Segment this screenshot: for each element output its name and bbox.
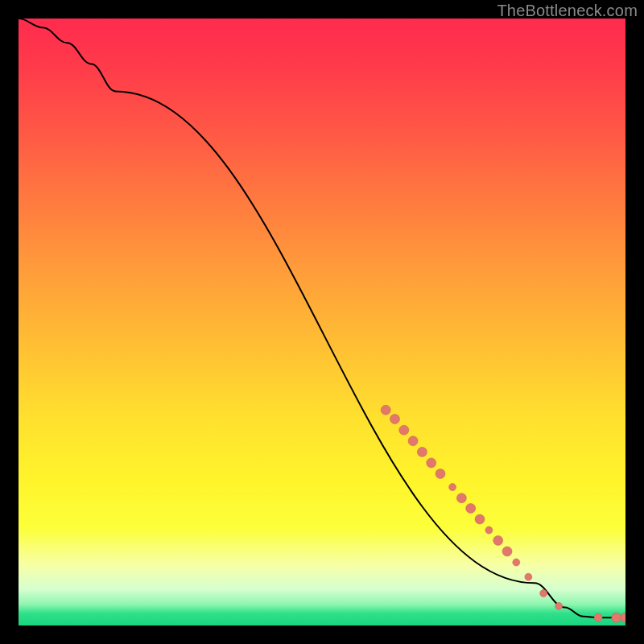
data-marker bbox=[621, 613, 625, 622]
data-marker bbox=[390, 415, 400, 424]
data-marker bbox=[525, 573, 532, 580]
data-marker bbox=[408, 436, 418, 446]
data-marker bbox=[466, 504, 476, 514]
data-marker bbox=[475, 514, 485, 524]
data-marker bbox=[502, 547, 512, 556]
data-marker bbox=[427, 458, 436, 468]
data-marker bbox=[594, 613, 602, 621]
data-marker bbox=[555, 602, 563, 609]
attribution-label: TheBottleneck.com bbox=[497, 2, 638, 20]
data-marker bbox=[513, 559, 520, 566]
trend-line bbox=[19, 19, 625, 617]
data-marker bbox=[417, 447, 427, 456]
data-marker bbox=[540, 590, 547, 597]
data-marker bbox=[399, 425, 409, 435]
data-marker bbox=[456, 493, 466, 503]
data-marker bbox=[485, 526, 493, 534]
data-marker bbox=[436, 469, 445, 479]
marker-group bbox=[381, 405, 625, 622]
data-marker bbox=[449, 484, 456, 491]
data-marker bbox=[612, 613, 621, 622]
data-marker bbox=[493, 535, 503, 545]
data-marker bbox=[381, 405, 390, 415]
bottleneck-chart bbox=[19, 19, 625, 625]
